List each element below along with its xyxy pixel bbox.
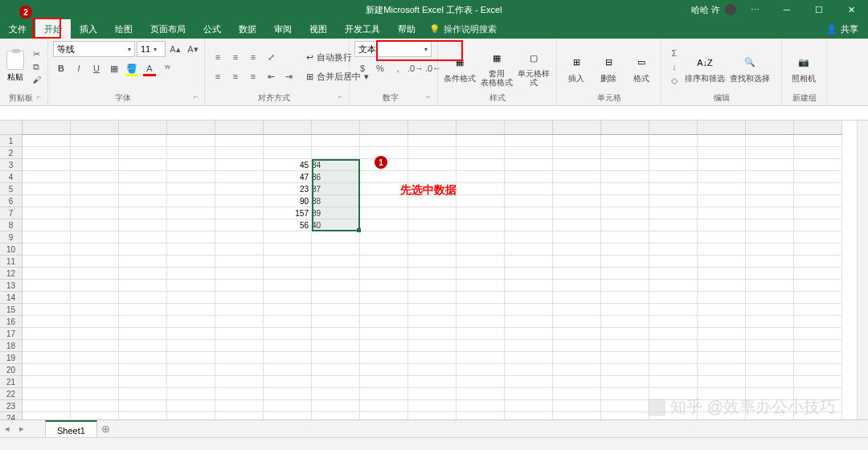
cell[interactable] — [601, 171, 649, 183]
cell[interactable] — [649, 364, 698, 376]
indent-increase-icon[interactable]: ⇥ — [280, 68, 297, 84]
cell[interactable] — [746, 219, 794, 231]
cell[interactable] — [23, 340, 71, 352]
cell[interactable] — [457, 352, 505, 364]
cell[interactable] — [119, 159, 167, 171]
cell[interactable] — [264, 256, 312, 268]
cell[interactable] — [505, 183, 553, 195]
cell[interactable] — [649, 316, 698, 328]
cell[interactable] — [553, 171, 601, 183]
cell[interactable] — [408, 400, 457, 412]
cell[interactable] — [264, 400, 312, 412]
cell[interactable] — [71, 340, 119, 352]
cell[interactable] — [457, 219, 505, 231]
cell[interactable] — [119, 231, 167, 243]
cell[interactable] — [698, 292, 746, 304]
cell[interactable] — [312, 304, 360, 316]
cell[interactable] — [649, 256, 698, 268]
cell[interactable] — [167, 316, 215, 328]
cell[interactable] — [746, 207, 794, 219]
indent-decrease-icon[interactable]: ⇤ — [263, 68, 279, 84]
cell[interactable] — [794, 316, 842, 328]
cell[interactable] — [167, 340, 215, 352]
tab-home[interactable]: 开始 — [35, 19, 71, 39]
cell[interactable] — [119, 256, 167, 268]
cell[interactable] — [167, 256, 215, 268]
cell[interactable] — [698, 147, 746, 159]
cell[interactable] — [23, 256, 71, 268]
cell[interactable] — [794, 280, 842, 292]
cell[interactable] — [23, 316, 71, 328]
cell[interactable] — [215, 328, 264, 340]
cell[interactable]: 37 — [312, 183, 360, 195]
cell[interactable] — [312, 352, 360, 364]
cell[interactable] — [23, 352, 71, 364]
cell[interactable] — [119, 376, 167, 388]
cell[interactable] — [264, 316, 312, 328]
cell[interactable] — [215, 304, 264, 316]
cell[interactable] — [505, 231, 553, 243]
cell[interactable] — [601, 364, 649, 376]
cell[interactable] — [360, 207, 408, 219]
cell[interactable]: 90 — [264, 195, 312, 207]
cell[interactable] — [119, 135, 167, 147]
cell[interactable] — [215, 376, 264, 388]
cell[interactable] — [215, 195, 264, 207]
cell[interactable] — [698, 207, 746, 219]
cell[interactable] — [408, 147, 457, 159]
cell[interactable] — [119, 352, 167, 364]
cell[interactable] — [457, 280, 505, 292]
cell[interactable]: 45 — [264, 159, 312, 171]
cell[interactable] — [119, 328, 167, 340]
phonetic-button[interactable]: ᵂ — [159, 60, 175, 76]
fill-icon[interactable]: ↓ — [668, 61, 681, 72]
cell[interactable] — [215, 352, 264, 364]
cell[interactable] — [71, 352, 119, 364]
cell[interactable] — [119, 195, 167, 207]
cell[interactable] — [794, 207, 842, 219]
cell[interactable] — [360, 376, 408, 388]
cell[interactable] — [553, 147, 601, 159]
cell[interactable] — [553, 352, 601, 364]
cell[interactable] — [360, 219, 408, 231]
cell[interactable] — [794, 147, 842, 159]
cell[interactable] — [408, 364, 457, 376]
cell[interactable] — [698, 219, 746, 231]
cell[interactable] — [457, 292, 505, 304]
cell[interactable] — [167, 147, 215, 159]
cell[interactable] — [649, 183, 698, 195]
cell[interactable] — [264, 135, 312, 147]
cell[interactable] — [505, 304, 553, 316]
cut-button[interactable]: ✂ — [30, 48, 43, 59]
minimize-button[interactable]: ─ — [773, 0, 800, 19]
cell[interactable] — [264, 280, 312, 292]
cell[interactable] — [601, 280, 649, 292]
cell[interactable] — [698, 352, 746, 364]
cell[interactable] — [71, 400, 119, 412]
autosum-icon[interactable]: Σ — [668, 47, 681, 59]
cell[interactable] — [167, 171, 215, 183]
cell[interactable] — [746, 352, 794, 364]
cell[interactable] — [167, 183, 215, 195]
cell[interactable] — [457, 388, 505, 400]
cell[interactable] — [360, 316, 408, 328]
cell[interactable] — [71, 147, 119, 159]
tab-help[interactable]: 帮助 — [389, 19, 424, 39]
align-launcher-icon[interactable]: ⌐ — [338, 92, 342, 100]
cell[interactable] — [601, 328, 649, 340]
cell[interactable] — [457, 400, 505, 412]
cell[interactable]: 157 — [264, 207, 312, 219]
cell[interactable] — [794, 304, 842, 316]
cell[interactable] — [71, 159, 119, 171]
cell[interactable] — [601, 352, 649, 364]
cell[interactable] — [698, 268, 746, 280]
cell[interactable] — [649, 352, 698, 364]
cell[interactable] — [215, 316, 264, 328]
number-format-combo[interactable]: 文本▾ — [354, 41, 432, 57]
cell[interactable] — [601, 400, 649, 412]
cell[interactable] — [360, 388, 408, 400]
cell[interactable] — [794, 159, 842, 171]
clear-icon[interactable]: ◇ — [668, 75, 681, 86]
cell[interactable] — [794, 231, 842, 243]
cell[interactable] — [119, 364, 167, 376]
